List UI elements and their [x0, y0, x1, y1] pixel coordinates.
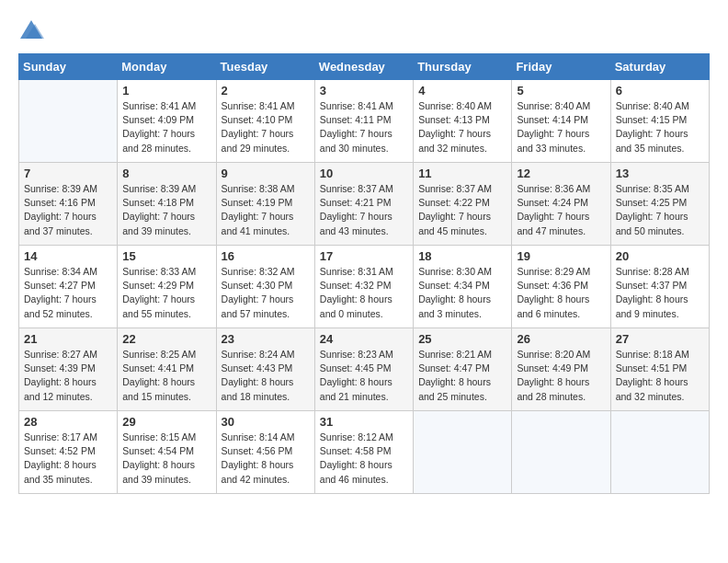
day-cell: 24Sunrise: 8:23 AMSunset: 4:45 PMDayligh…: [314, 328, 413, 411]
day-info: Sunrise: 8:23 AMSunset: 4:45 PMDaylight:…: [320, 348, 408, 404]
day-cell: 31Sunrise: 8:12 AMSunset: 4:58 PMDayligh…: [314, 411, 413, 494]
day-cell: 29Sunrise: 8:15 AMSunset: 4:54 PMDayligh…: [118, 411, 216, 494]
day-cell: 27Sunrise: 8:18 AMSunset: 4:51 PMDayligh…: [610, 328, 709, 411]
day-cell: 19Sunrise: 8:29 AMSunset: 4:36 PMDayligh…: [512, 246, 610, 328]
day-number: 24: [320, 332, 408, 346]
day-cell: 20Sunrise: 8:28 AMSunset: 4:37 PMDayligh…: [610, 246, 709, 328]
day-cell: 18Sunrise: 8:30 AMSunset: 4:34 PMDayligh…: [414, 246, 512, 328]
page-header: [18, 18, 710, 44]
day-info: Sunrise: 8:15 AMSunset: 4:54 PMDaylight:…: [122, 431, 210, 487]
day-info: Sunrise: 8:40 AMSunset: 4:15 PMDaylight:…: [616, 99, 704, 155]
day-number: 11: [418, 167, 506, 180]
day-info: Sunrise: 8:36 AMSunset: 4:24 PMDaylight:…: [517, 182, 605, 238]
day-info: Sunrise: 8:40 AMSunset: 4:13 PMDaylight:…: [418, 99, 506, 155]
day-info: Sunrise: 8:25 AMSunset: 4:41 PMDaylight:…: [122, 348, 210, 404]
day-info: Sunrise: 8:12 AMSunset: 4:58 PMDaylight:…: [320, 431, 408, 487]
day-cell: 12Sunrise: 8:36 AMSunset: 4:24 PMDayligh…: [512, 163, 610, 246]
day-cell: 11Sunrise: 8:37 AMSunset: 4:22 PMDayligh…: [414, 163, 512, 246]
day-info: Sunrise: 8:38 AMSunset: 4:19 PMDaylight:…: [222, 182, 310, 238]
day-info: Sunrise: 8:41 AMSunset: 4:09 PMDaylight:…: [122, 99, 210, 155]
day-cell: 15Sunrise: 8:33 AMSunset: 4:29 PMDayligh…: [118, 246, 216, 328]
day-cell: [19, 80, 118, 163]
week-row-2: 7Sunrise: 8:39 AMSunset: 4:16 PMDaylight…: [19, 163, 710, 246]
day-number: 20: [616, 249, 704, 263]
day-info: Sunrise: 8:39 AMSunset: 4:18 PMDaylight:…: [122, 182, 210, 238]
day-number: 25: [418, 332, 506, 346]
day-number: 6: [616, 84, 704, 98]
day-number: 23: [222, 332, 310, 346]
day-info: Sunrise: 8:34 AMSunset: 4:27 PMDaylight:…: [24, 265, 112, 321]
day-cell: [610, 411, 709, 494]
day-cell: 13Sunrise: 8:35 AMSunset: 4:25 PMDayligh…: [610, 163, 709, 246]
day-cell: 6Sunrise: 8:40 AMSunset: 4:15 PMDaylight…: [610, 80, 709, 163]
day-cell: 7Sunrise: 8:39 AMSunset: 4:16 PMDaylight…: [19, 163, 118, 246]
day-number: 2: [222, 84, 310, 98]
day-info: Sunrise: 8:29 AMSunset: 4:36 PMDaylight:…: [517, 265, 605, 321]
day-number: 31: [320, 415, 408, 429]
day-number: 5: [517, 84, 605, 98]
day-number: 16: [222, 249, 310, 263]
day-info: Sunrise: 8:41 AMSunset: 4:10 PMDaylight:…: [222, 99, 310, 155]
week-row-4: 21Sunrise: 8:27 AMSunset: 4:39 PMDayligh…: [19, 328, 710, 411]
day-info: Sunrise: 8:30 AMSunset: 4:34 PMDaylight:…: [418, 265, 506, 321]
col-header-wednesday: Wednesday: [314, 54, 413, 80]
day-number: 28: [24, 415, 112, 429]
day-info: Sunrise: 8:41 AMSunset: 4:11 PMDaylight:…: [320, 99, 408, 155]
day-number: 27: [616, 332, 704, 346]
day-number: 3: [320, 84, 408, 98]
day-cell: 21Sunrise: 8:27 AMSunset: 4:39 PMDayligh…: [19, 328, 118, 411]
day-number: 13: [616, 167, 704, 180]
day-cell: 16Sunrise: 8:32 AMSunset: 4:30 PMDayligh…: [216, 246, 314, 328]
day-info: Sunrise: 8:40 AMSunset: 4:14 PMDaylight:…: [517, 99, 605, 155]
day-cell: 8Sunrise: 8:39 AMSunset: 4:18 PMDaylight…: [118, 163, 216, 246]
day-cell: 10Sunrise: 8:37 AMSunset: 4:21 PMDayligh…: [314, 163, 413, 246]
day-number: 19: [517, 249, 605, 263]
col-header-sunday: Sunday: [19, 54, 118, 80]
day-cell: 28Sunrise: 8:17 AMSunset: 4:52 PMDayligh…: [19, 411, 118, 494]
week-row-5: 28Sunrise: 8:17 AMSunset: 4:52 PMDayligh…: [19, 411, 710, 494]
day-info: Sunrise: 8:21 AMSunset: 4:47 PMDaylight:…: [418, 348, 506, 404]
day-info: Sunrise: 8:35 AMSunset: 4:25 PMDaylight:…: [616, 182, 704, 238]
day-cell: 14Sunrise: 8:34 AMSunset: 4:27 PMDayligh…: [19, 246, 118, 328]
day-number: 26: [517, 332, 605, 346]
day-cell: 22Sunrise: 8:25 AMSunset: 4:41 PMDayligh…: [118, 328, 216, 411]
day-info: Sunrise: 8:20 AMSunset: 4:49 PMDaylight:…: [517, 348, 605, 404]
day-number: 12: [517, 167, 605, 180]
day-number: 8: [122, 167, 210, 180]
col-header-saturday: Saturday: [610, 54, 709, 80]
day-info: Sunrise: 8:14 AMSunset: 4:56 PMDaylight:…: [222, 431, 310, 487]
day-number: 14: [24, 249, 112, 263]
day-cell: 5Sunrise: 8:40 AMSunset: 4:14 PMDaylight…: [512, 80, 610, 163]
day-number: 10: [320, 167, 408, 180]
day-number: 4: [418, 84, 506, 98]
day-number: 18: [418, 249, 506, 263]
day-info: Sunrise: 8:33 AMSunset: 4:29 PMDaylight:…: [122, 265, 210, 321]
day-number: 29: [122, 415, 210, 429]
day-cell: 17Sunrise: 8:31 AMSunset: 4:32 PMDayligh…: [314, 246, 413, 328]
day-cell: 26Sunrise: 8:20 AMSunset: 4:49 PMDayligh…: [512, 328, 610, 411]
calendar-table: SundayMondayTuesdayWednesdayThursdayFrid…: [18, 53, 710, 494]
day-info: Sunrise: 8:31 AMSunset: 4:32 PMDaylight:…: [320, 265, 408, 321]
day-cell: 4Sunrise: 8:40 AMSunset: 4:13 PMDaylight…: [414, 80, 512, 163]
week-row-1: 1Sunrise: 8:41 AMSunset: 4:09 PMDaylight…: [19, 80, 710, 163]
day-number: 15: [122, 249, 210, 263]
day-number: 9: [222, 167, 310, 180]
day-info: Sunrise: 8:24 AMSunset: 4:43 PMDaylight:…: [222, 348, 310, 404]
day-number: 7: [24, 167, 112, 180]
day-cell: 3Sunrise: 8:41 AMSunset: 4:11 PMDaylight…: [314, 80, 413, 163]
header-row: SundayMondayTuesdayWednesdayThursdayFrid…: [19, 54, 710, 80]
day-info: Sunrise: 8:37 AMSunset: 4:21 PMDaylight:…: [320, 182, 408, 238]
day-number: 1: [122, 84, 210, 98]
col-header-tuesday: Tuesday: [216, 54, 314, 80]
col-header-thursday: Thursday: [414, 54, 512, 80]
day-info: Sunrise: 8:37 AMSunset: 4:22 PMDaylight:…: [418, 182, 506, 238]
day-cell: [414, 411, 512, 494]
day-cell: [512, 411, 610, 494]
day-info: Sunrise: 8:18 AMSunset: 4:51 PMDaylight:…: [616, 348, 704, 404]
day-cell: 23Sunrise: 8:24 AMSunset: 4:43 PMDayligh…: [216, 328, 314, 411]
logo: [18, 18, 48, 44]
day-info: Sunrise: 8:39 AMSunset: 4:16 PMDaylight:…: [24, 182, 112, 238]
day-number: 21: [24, 332, 112, 346]
col-header-friday: Friday: [512, 54, 610, 80]
week-row-3: 14Sunrise: 8:34 AMSunset: 4:27 PMDayligh…: [19, 246, 710, 328]
